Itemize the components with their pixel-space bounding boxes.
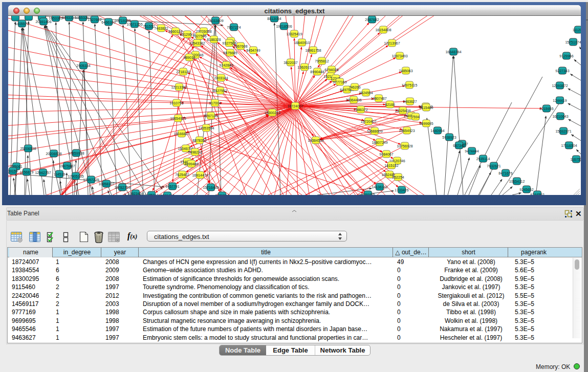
- svg-text:1156819: 1156819: [20, 170, 34, 174]
- svg-text:2905334: 2905334: [76, 64, 90, 68]
- svg-text:9245652: 9245652: [519, 188, 533, 191]
- svg-text:19975887: 19975887: [59, 164, 75, 168]
- svg-text:12213382: 12213382: [171, 85, 187, 89]
- svg-text:1440954: 1440954: [430, 129, 444, 133]
- svg-text:18724007: 18724007: [287, 104, 303, 108]
- svg-text:8471676: 8471676: [498, 171, 512, 175]
- svg-text:751552: 751552: [143, 25, 155, 28]
- svg-text:2935114: 2935114: [476, 157, 490, 161]
- svg-text:1010755: 1010755: [169, 101, 183, 105]
- svg-text:7955812: 7955812: [315, 59, 329, 63]
- svg-text:9084067: 9084067: [379, 152, 393, 156]
- svg-text:10958107: 10958107: [98, 182, 114, 186]
- svg-text:116753: 116753: [571, 158, 581, 161]
- svg-text:1093317: 1093317: [62, 16, 76, 19]
- svg-text:16154808: 16154808: [375, 28, 391, 32]
- svg-text:8186328: 8186328: [207, 38, 221, 41]
- svg-text:20364436: 20364436: [345, 98, 361, 102]
- svg-text:10654925: 10654925: [170, 117, 186, 120]
- svg-text:4099489: 4099489: [184, 162, 198, 166]
- svg-text:13325419: 13325419: [286, 32, 302, 36]
- svg-text:1405571: 1405571: [15, 22, 29, 26]
- svg-text:39159: 39159: [8, 169, 18, 173]
- svg-text:5938923: 5938923: [442, 136, 456, 139]
- svg-text:7986372: 7986372: [354, 108, 367, 112]
- svg-text:9245012: 9245012: [144, 193, 158, 195]
- svg-text:10807487: 10807487: [371, 97, 386, 100]
- svg-text:20206538: 20206538: [46, 152, 61, 156]
- svg-text:15716485: 15716485: [203, 186, 219, 189]
- svg-text:3824554: 3824554: [359, 91, 373, 95]
- svg-text:9031504: 9031504: [215, 194, 229, 195]
- svg-text:2718120: 2718120: [176, 70, 190, 74]
- svg-text:746266: 746266: [349, 85, 360, 89]
- svg-text:10688609: 10688609: [366, 129, 382, 133]
- svg-text:9457791: 9457791: [165, 185, 179, 188]
- svg-text:16210643: 16210643: [552, 115, 568, 118]
- svg-text:8990448: 8990448: [310, 70, 324, 74]
- svg-text:2803144: 2803144: [214, 76, 228, 80]
- svg-text:19654923: 19654923: [399, 129, 415, 133]
- svg-text:10025438: 10025438: [395, 109, 410, 113]
- svg-text:18807249: 18807249: [372, 141, 387, 144]
- svg-text:8813054: 8813054: [267, 17, 281, 20]
- svg-text:1615152: 1615152: [384, 164, 398, 167]
- svg-text:15720407: 15720407: [360, 120, 376, 123]
- svg-text:9115460: 9115460: [420, 106, 433, 110]
- svg-text:5875685: 5875685: [223, 51, 237, 55]
- svg-text:2087682: 2087682: [365, 18, 379, 21]
- svg-text:16648784: 16648784: [445, 50, 461, 54]
- svg-text:16640910: 16640910: [294, 41, 310, 45]
- svg-text:2367608: 2367608: [233, 45, 247, 48]
- svg-text:687342: 687342: [453, 144, 465, 147]
- svg-text:8427552: 8427552: [213, 89, 227, 93]
- svg-text:16033809: 16033809: [207, 19, 223, 23]
- svg-text:12942757: 12942757: [35, 171, 51, 174]
- svg-text:10923468: 10923468: [127, 192, 143, 195]
- svg-text:114519: 114519: [54, 172, 66, 176]
- svg-text:9474444: 9474444: [465, 149, 478, 153]
- svg-text:12213967: 12213967: [384, 41, 400, 45]
- svg-text:8878352: 8878352: [192, 139, 206, 142]
- svg-text:9129966: 9129966: [559, 54, 573, 58]
- svg-text:9777169: 9777169: [333, 80, 346, 84]
- svg-text:9463627: 9463627: [403, 100, 417, 103]
- svg-text:12905135: 12905135: [68, 174, 83, 178]
- svg-text:6794028: 6794028: [324, 68, 338, 72]
- svg-text:17016504: 17016504: [561, 144, 577, 147]
- svg-text:7485063: 7485063: [399, 69, 412, 73]
- svg-text:10973493: 10973493: [391, 54, 407, 58]
- svg-text:8861402: 8861402: [160, 194, 174, 195]
- svg-text:19384554: 19384554: [308, 139, 323, 142]
- svg-text:9699695: 9699695: [419, 122, 433, 125]
- svg-text:252254: 252254: [392, 176, 404, 179]
- svg-text:9244502: 9244502: [530, 193, 544, 195]
- svg-text:15300213: 15300213: [264, 111, 280, 115]
- svg-text:7594: 7594: [411, 115, 420, 119]
- svg-text:111207: 111207: [573, 28, 581, 32]
- svg-text:16961758: 16961758: [305, 49, 321, 52]
- svg-text:12353594: 12353594: [198, 126, 214, 130]
- svg-text:10671355: 10671355: [126, 23, 142, 26]
- svg-text:10756928: 10756928: [397, 144, 412, 148]
- svg-text:20691406: 20691406: [35, 20, 51, 24]
- svg-text:6466160: 6466160: [101, 20, 115, 24]
- svg-text:10654112: 10654112: [509, 180, 525, 183]
- svg-text:9227343: 9227343: [555, 69, 569, 73]
- svg-text:8454749: 8454749: [246, 49, 260, 52]
- svg-text:16914479: 16914479: [192, 173, 208, 177]
- svg-text:8267130: 8267130: [204, 114, 217, 118]
- svg-text:25206538: 25206538: [20, 147, 36, 150]
- svg-text:1244419: 1244419: [553, 99, 567, 102]
- svg-text:1527602: 1527602: [88, 18, 101, 21]
- svg-text:12093872: 12093872: [552, 84, 568, 87]
- svg-text:14136141: 14136141: [372, 185, 387, 189]
- svg-text:1362615: 1362615: [297, 65, 311, 69]
- svg-text:989014: 989014: [183, 56, 195, 59]
- svg-text:12975115: 12975115: [402, 83, 418, 87]
- svg-text:15692971: 15692971: [555, 129, 571, 133]
- svg-text:62160: 62160: [385, 103, 395, 106]
- svg-text:15751074: 15751074: [565, 40, 581, 44]
- svg-text:917004: 917004: [209, 101, 221, 105]
- svg-text:1733426: 1733426: [395, 188, 408, 192]
